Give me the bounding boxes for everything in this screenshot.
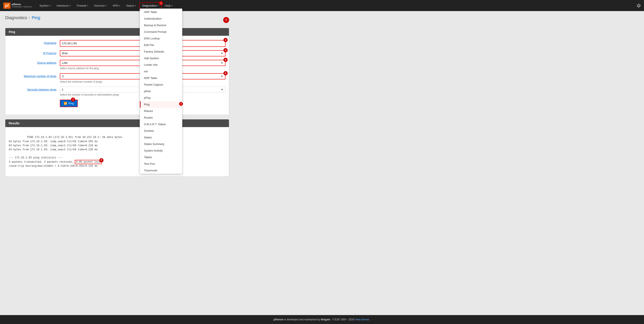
dropdown-edit-file[interactable]: Edit File	[140, 42, 182, 48]
breadcrumb-separator: /	[29, 15, 30, 20]
chevron-down-icon: ▾	[70, 4, 71, 7]
main-content: Diagnostics / Ping ? Ping Hostname	[0, 11, 644, 315]
ping-button-row: 📶 Ping 7	[9, 100, 226, 107]
chevron-down-icon: ▾	[50, 4, 51, 7]
hostname-row: Hostname 3	[9, 40, 226, 47]
brand-text: pfSense COMMUNITY EDITION	[12, 3, 32, 8]
dropdown-backup-restore[interactable]: Backup & Restore	[140, 22, 182, 28]
footer-text: pfSense is developed and maintained by N…	[274, 318, 370, 321]
wifi-icon: 📶	[64, 102, 67, 105]
annotation-badge-3: 3	[224, 38, 228, 42]
breadcrumb-parent: Diagnostics	[5, 15, 27, 20]
breadcrumb-current: Ping	[32, 15, 40, 20]
chevron-down-icon: ▾	[119, 4, 120, 7]
dropdown-mtr[interactable]: mtr	[140, 68, 182, 75]
dropdown-command-prompt[interactable]: Command Prompt	[140, 28, 182, 35]
dropdown-halt-system[interactable]: Halt System	[140, 55, 182, 61]
seconds-between-link[interactable]: Seconds between pings	[27, 88, 56, 91]
ping-panel-header: Ping	[5, 28, 229, 36]
brand-edition: COMMUNITY EDITION	[12, 6, 32, 8]
dropdown-traceroute[interactable]: Traceroute	[140, 167, 182, 174]
results-panel-body: PING 172.16.1.93 (172.16.1.93) from 10.2…	[5, 127, 229, 176]
dropdown-pfinfo[interactable]: pfInfo	[140, 88, 182, 94]
nav-help[interactable]: Help ▾	[162, 3, 175, 8]
source-address-label: Source address	[9, 60, 60, 64]
chevron-down-icon: ▾	[106, 4, 106, 7]
nav-firewall[interactable]: Firewall ▾	[74, 3, 91, 8]
max-pings-label: Maximum number of pings	[9, 73, 60, 78]
chevron-down-icon: ▾	[158, 4, 158, 7]
chevron-down-icon: ▾	[87, 4, 88, 7]
results-panel-header: Results	[5, 119, 229, 127]
ip-protocol-link[interactable]: IP Protocol	[43, 51, 56, 55]
nav-interfaces[interactable]: Interfaces ▾	[54, 3, 73, 8]
packet-loss-highlight: 0.0% packet loss8	[75, 160, 102, 164]
dropdown-authentication[interactable]: Authentication	[140, 15, 182, 22]
navbar: pf pfSense COMMUNITY EDITION System ▾ In…	[0, 0, 644, 11]
dropdown-tables[interactable]: Tables	[140, 154, 182, 161]
dropdown-smart-status[interactable]: S.M.A.R.T. Status	[140, 121, 182, 127]
dropdown-dns-lookup[interactable]: DNS Lookup	[140, 35, 182, 42]
ip-protocol-label: IP Protocol	[9, 50, 60, 55]
dropdown-factory-defaults[interactable]: Factory Defaults	[140, 48, 182, 55]
nav-services[interactable]: Services ▾	[92, 3, 109, 8]
dropdown-arp-table[interactable]: ARP Table	[140, 9, 182, 15]
seconds-between-row: Seconds between pings 1 2 3 4 5 Select t…	[9, 87, 226, 96]
annotation-badge-2: 2	[179, 102, 183, 106]
results-panel: Results PING 172.16.1.93 (172.16.1.93) f…	[5, 119, 229, 177]
nav-status[interactable]: Status ▾	[124, 3, 138, 8]
ping-panel: Ping Hostname 3	[5, 28, 229, 115]
results-output: PING 172.16.1.93 (172.16.1.93) from 10.2…	[9, 131, 226, 172]
annotation-badge-6: 6	[224, 71, 228, 75]
dropdown-states-summary[interactable]: States Summary	[140, 141, 182, 147]
annotation-badge-5: 5	[224, 58, 228, 62]
seconds-between-label: Seconds between pings	[9, 87, 60, 91]
dropdown-ndp-table[interactable]: NDP Table	[140, 75, 182, 81]
annotation-badge-8: 8	[99, 158, 104, 162]
dropdown-packet-capture[interactable]: Packet Capture	[140, 81, 182, 88]
dropdown-test-port[interactable]: Test Port	[140, 161, 182, 167]
chevron-down-icon: ▾	[172, 4, 172, 7]
max-pings-row: Maximum number of pings 1 2 3 4 5 6	[9, 73, 226, 83]
dropdown-sockets[interactable]: Sockets	[140, 127, 182, 134]
diagnostics-dropdown: ARP Table Authentication Backup & Restor…	[140, 8, 182, 174]
chevron-down-icon: ▾	[135, 4, 136, 7]
brand-logo: pf	[4, 2, 10, 9]
dropdown-states[interactable]: States	[140, 134, 182, 141]
help-button[interactable]: ?	[223, 17, 229, 23]
ping-panel-body: Hostname 3 IP Protocol	[5, 36, 229, 115]
page-content: Diagnostics / Ping ? Ping Hostname	[0, 11, 234, 185]
nav-system[interactable]: System ▾	[37, 3, 53, 8]
dropdown-routes[interactable]: Routes	[140, 114, 182, 121]
view-license-link[interactable]: View license	[355, 318, 369, 321]
nav-diagnostics[interactable]: Diagnostics ▾ 1 ARP Table Authentication…	[139, 2, 162, 9]
brand: pf pfSense COMMUNITY EDITION	[4, 2, 32, 9]
dropdown-ping[interactable]: Ping 2	[140, 101, 182, 108]
logout-icon[interactable]: ⏻	[637, 3, 640, 8]
dropdown-system-activity[interactable]: System Activity	[140, 147, 182, 154]
nav-menu: System ▾ Interfaces ▾ Firewall ▾ Service…	[37, 2, 637, 9]
source-address-link[interactable]: Source address	[37, 61, 56, 64]
source-address-row: Source address LAN WAN any 5 Select sour…	[9, 60, 226, 70]
dropdown-limiter-info[interactable]: Limiter Info	[140, 61, 182, 68]
breadcrumb: Diagnostics / Ping	[5, 15, 40, 20]
ip-protocol-row: IP Protocol IPv4 IPv6 4	[9, 50, 226, 56]
hostname-label: Hostname	[9, 40, 60, 44]
annotation-badge-4: 4	[224, 48, 228, 52]
dropdown-reboot[interactable]: Reboot	[140, 108, 182, 114]
footer: pfSense is developed and maintained by N…	[0, 315, 644, 324]
dropdown-pftop[interactable]: pfTop	[140, 94, 182, 101]
max-pings-link[interactable]: Maximum number of pings	[24, 74, 56, 78]
nav-vpn[interactable]: VPN ▾	[110, 3, 123, 8]
ping-button[interactable]: 📶 Ping	[60, 100, 78, 107]
hostname-link[interactable]: Hostname	[44, 41, 56, 44]
